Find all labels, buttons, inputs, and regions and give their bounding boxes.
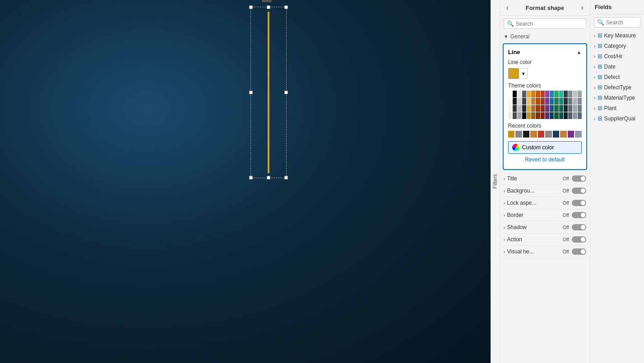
fields-search-box[interactable]: 🔍: [594, 17, 640, 28]
line-collapse-button[interactable]: ▲: [576, 49, 582, 55]
toggle-switch[interactable]: [572, 175, 586, 182]
field-item[interactable]: ›⊞Cost/Hr: [590, 51, 644, 61]
theme-color-cell[interactable]: [508, 112, 512, 119]
theme-color-cell[interactable]: [513, 105, 517, 112]
theme-color-cell[interactable]: [559, 105, 563, 112]
theme-color-cell[interactable]: [536, 112, 540, 119]
theme-color-cell[interactable]: [536, 91, 540, 97]
handle-middle-left[interactable]: [249, 91, 253, 94]
theme-color-cell[interactable]: [545, 91, 549, 97]
theme-color-cell[interactable]: [531, 91, 535, 97]
recent-color-cell[interactable]: [553, 131, 560, 138]
theme-color-cell[interactable]: [508, 105, 512, 112]
toggle-row[interactable]: ›TitleOff: [504, 173, 586, 185]
toggle-switch[interactable]: [572, 200, 586, 206]
panel-back-button[interactable]: ‹: [505, 4, 510, 12]
recent-color-cell[interactable]: [545, 131, 552, 138]
recent-color-cell[interactable]: [508, 131, 515, 138]
current-color-swatch[interactable]: [508, 68, 519, 79]
theme-color-cell[interactable]: [568, 112, 572, 119]
handle-top-left[interactable]: [249, 5, 253, 9]
toggle-row[interactable]: ›Backgrou...Off: [504, 185, 586, 197]
theme-color-cell[interactable]: [517, 98, 521, 105]
theme-color-cell[interactable]: [517, 91, 521, 97]
field-item[interactable]: ›⊞MaterialType: [590, 92, 644, 103]
field-item[interactable]: ›⊞Plant: [590, 103, 644, 113]
theme-color-cell[interactable]: [531, 98, 535, 105]
theme-color-cell[interactable]: [554, 91, 558, 97]
theme-color-cell[interactable]: [513, 98, 517, 105]
format-search-input[interactable]: [516, 21, 584, 27]
theme-color-cell[interactable]: [564, 105, 568, 112]
toggle-row[interactable]: ›Visual he...Off: [504, 246, 586, 258]
theme-color-cell[interactable]: [527, 91, 531, 97]
theme-color-cell[interactable]: [564, 112, 568, 119]
theme-color-cell[interactable]: [554, 105, 558, 112]
theme-color-cell[interactable]: [545, 105, 549, 112]
theme-color-cell[interactable]: [531, 105, 535, 112]
fields-search-input[interactable]: [606, 19, 637, 26]
theme-color-cell[interactable]: [541, 91, 545, 97]
theme-color-cell[interactable]: [550, 105, 554, 112]
theme-color-cell[interactable]: [522, 98, 526, 105]
theme-color-cell[interactable]: [564, 91, 568, 97]
theme-color-cell[interactable]: [508, 98, 512, 105]
theme-color-cell[interactable]: [550, 91, 554, 97]
theme-color-cell[interactable]: [522, 91, 526, 97]
toggle-row[interactable]: ›BorderOff: [504, 209, 586, 221]
recent-color-cell[interactable]: [568, 131, 575, 138]
theme-color-cell[interactable]: [559, 112, 563, 119]
theme-color-cell[interactable]: [541, 98, 545, 105]
handle-bottom-right[interactable]: [284, 176, 288, 179]
panel-forward-button[interactable]: ›: [579, 4, 585, 12]
field-item[interactable]: ›⊞DefectType: [590, 82, 644, 92]
theme-color-cell[interactable]: [536, 105, 540, 112]
theme-color-cell[interactable]: [564, 98, 568, 105]
custom-color-button[interactable]: Custom color: [508, 141, 582, 154]
theme-color-cell[interactable]: [578, 112, 582, 119]
theme-color-cell[interactable]: [568, 105, 572, 112]
toggle-switch[interactable]: [572, 236, 586, 243]
field-item[interactable]: ›⊞SupplierQual: [590, 113, 644, 124]
handle-top-center[interactable]: [267, 5, 270, 9]
theme-color-cell[interactable]: [550, 98, 554, 105]
theme-color-cell[interactable]: [573, 112, 577, 119]
toggle-switch[interactable]: [572, 224, 586, 230]
handle-top-right[interactable]: [284, 5, 288, 9]
theme-color-cell[interactable]: [545, 112, 549, 119]
general-section-header[interactable]: ▼ General: [500, 32, 590, 41]
theme-color-cell[interactable]: [545, 98, 549, 105]
revert-to-default-link[interactable]: Revert to default: [508, 156, 582, 163]
theme-color-cell[interactable]: [541, 112, 545, 119]
field-item[interactable]: ›⊞Defect: [590, 72, 644, 82]
theme-color-cell[interactable]: [559, 91, 563, 97]
theme-color-cell[interactable]: [554, 112, 558, 119]
handle-bottom-center[interactable]: [267, 176, 270, 179]
theme-color-cell[interactable]: [536, 98, 540, 105]
theme-color-cell[interactable]: [573, 105, 577, 112]
theme-color-cell[interactable]: [578, 98, 582, 105]
theme-color-cell[interactable]: [559, 98, 563, 105]
recent-color-cell[interactable]: [575, 131, 582, 138]
theme-color-cell[interactable]: [527, 112, 531, 119]
theme-color-cell[interactable]: [568, 91, 572, 97]
theme-color-cell[interactable]: [522, 112, 526, 119]
theme-color-cell[interactable]: [578, 105, 582, 112]
recent-color-cell[interactable]: [530, 131, 537, 138]
toggle-row[interactable]: ›ActionOff: [504, 234, 586, 246]
theme-color-cell[interactable]: [513, 112, 517, 119]
theme-color-cell[interactable]: [527, 98, 531, 105]
recent-color-cell[interactable]: [515, 131, 522, 138]
shape-options-button[interactable]: ···: [262, 0, 272, 2]
toggle-switch[interactable]: [572, 248, 586, 255]
theme-color-cell[interactable]: [517, 105, 521, 112]
toggle-switch[interactable]: [572, 188, 586, 194]
toggle-row[interactable]: ›ShadowOff: [504, 221, 586, 234]
field-item[interactable]: ›⊞Date: [590, 61, 644, 72]
theme-color-cell[interactable]: [554, 98, 558, 105]
toggle-row[interactable]: ›Lock aspe...Off: [504, 197, 586, 209]
theme-color-cell[interactable]: [541, 105, 545, 112]
recent-color-cell[interactable]: [560, 131, 567, 138]
field-item[interactable]: ›⊞Category: [590, 41, 644, 51]
theme-color-cell[interactable]: [527, 105, 531, 112]
